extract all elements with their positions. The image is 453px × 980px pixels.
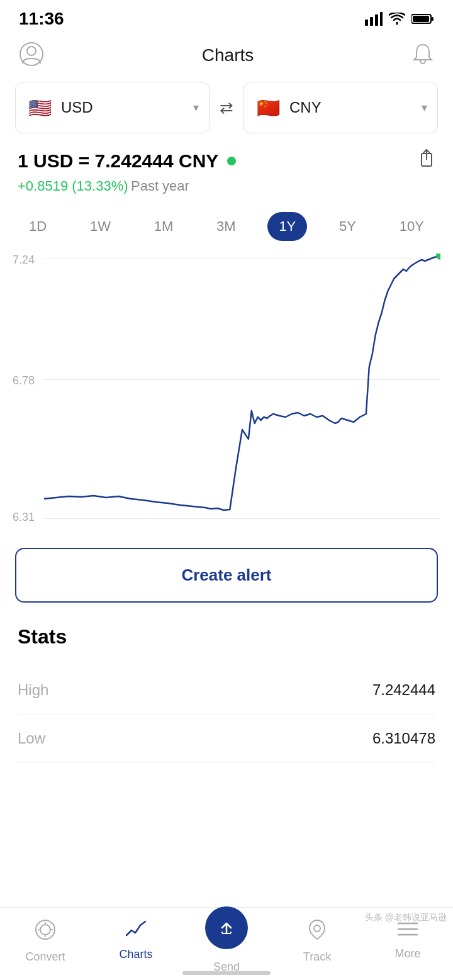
signal-icon [365, 12, 383, 26]
stats-low-label: Low [18, 730, 45, 747]
watermark: 头条 @老韩说亚马逊 [365, 912, 447, 923]
rate-text: 1 USD = 7.242444 CNY [18, 150, 218, 172]
svg-rect-2 [375, 14, 378, 26]
chart-svg-wrap [44, 253, 440, 530]
share-icon[interactable] [418, 148, 435, 173]
svg-rect-3 [380, 12, 383, 26]
to-flag: 🇨🇳 [254, 94, 282, 121]
tab-1w[interactable]: 1W [79, 212, 122, 241]
rate-period-text: Past year [131, 178, 189, 194]
status-bar: 11:36 [0, 0, 453, 35]
rate-change-row: +0.8519 (13.33%) Past year [18, 178, 435, 194]
rate-section: 1 USD = 7.242444 CNY +0.8519 (13.33%) Pa… [0, 148, 453, 194]
currency-to-selector[interactable]: 🇨🇳 CNY ▾ [243, 82, 438, 133]
home-indicator [182, 971, 271, 975]
nav-item-more[interactable]: More [376, 919, 439, 961]
tab-5y[interactable]: 5Y [328, 212, 367, 241]
nav-charts-label: Charts [119, 948, 152, 961]
chart-wrap: 7.24 6.78 6.31 [13, 253, 440, 530]
battery-icon [411, 13, 434, 25]
svg-point-13 [314, 925, 320, 932]
svg-rect-0 [365, 19, 368, 26]
status-icons [365, 12, 434, 26]
stats-section: Stats High 7.242444 Low 6.310478 [0, 625, 453, 763]
stats-row-low: Low 6.310478 [18, 715, 435, 763]
nav-item-convert[interactable]: Convert [14, 919, 77, 964]
tab-10y[interactable]: 10Y [388, 212, 435, 241]
convert-icon [35, 919, 56, 945]
svg-rect-5 [432, 17, 433, 21]
currency-row: 🇺🇸 USD ▾ ⇄ 🇨🇳 CNY ▾ [0, 82, 453, 133]
send-icon [205, 906, 248, 949]
svg-rect-1 [370, 17, 373, 26]
alert-btn-wrap: Create alert [0, 548, 453, 603]
to-chevron-icon: ▾ [422, 101, 427, 114]
chart-container: 7.24 6.78 6.31 [0, 253, 453, 530]
profile-icon[interactable] [19, 42, 44, 69]
wifi-icon [389, 13, 405, 25]
page-title: Charts [202, 45, 254, 65]
track-icon [308, 919, 327, 945]
tab-3m[interactable]: 3M [205, 212, 247, 241]
header: Charts [0, 35, 453, 82]
stats-title: Stats [18, 625, 435, 649]
stats-row-high: High 7.242444 [18, 666, 435, 715]
svg-point-8 [27, 47, 36, 55]
svg-point-10 [436, 253, 440, 260]
nav-more-label: More [394, 947, 420, 961]
chart-label-high: 7.24 [13, 253, 35, 267]
status-time: 11:36 [19, 9, 64, 29]
swap-icon[interactable]: ⇄ [220, 98, 233, 118]
tab-1m[interactable]: 1M [143, 212, 185, 241]
chart-label-mid: 6.78 [13, 374, 35, 387]
rate-main-row: 1 USD = 7.242444 CNY [18, 148, 435, 173]
nav-convert-label: Convert [25, 950, 65, 964]
from-flag: 🇺🇸 [26, 94, 53, 121]
nav-item-charts[interactable]: Charts [104, 919, 167, 961]
to-code: CNY [289, 99, 414, 116]
stats-high-value: 7.242444 [372, 681, 435, 699]
notification-icon[interactable] [411, 42, 434, 69]
rate-change: +0.8519 (13.33%) [18, 178, 128, 194]
nav-item-send[interactable]: Send [195, 919, 258, 974]
tab-1y[interactable]: 1Y [267, 212, 307, 241]
chart-svg [44, 253, 440, 530]
from-code: USD [61, 99, 186, 116]
currency-from-selector[interactable]: 🇺🇸 USD ▾ [15, 82, 210, 133]
stats-low-value: 6.310478 [372, 730, 435, 747]
chart-label-low: 6.31 [13, 511, 35, 524]
period-tabs: 1D 1W 1M 3M 1Y 5Y 10Y [0, 199, 453, 253]
from-chevron-icon: ▾ [193, 101, 199, 114]
charts-icon [125, 919, 147, 943]
svg-rect-6 [413, 16, 429, 22]
stats-high-label: High [18, 681, 48, 699]
nav-track-label: Track [303, 950, 331, 964]
nav-item-track[interactable]: Track [286, 919, 349, 964]
tab-1d[interactable]: 1D [18, 212, 58, 241]
create-alert-button[interactable]: Create alert [15, 548, 438, 603]
svg-point-12 [40, 925, 50, 935]
live-indicator [227, 157, 236, 165]
